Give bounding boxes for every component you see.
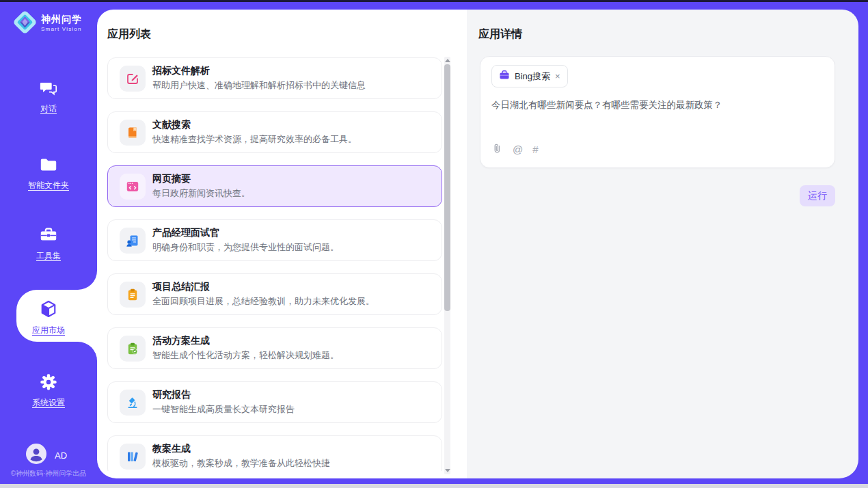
copyright-footer: ©神州数码·神州问学出品: [0, 469, 97, 478]
interviewer-document-icon: [120, 228, 146, 254]
books-icon: [120, 444, 146, 470]
brand-name: 神州问学: [41, 14, 82, 25]
prompt-card: Bing搜索 × 今日湖北有哪些新闻要点？有哪些需要关注的最新政策？ @ #: [480, 56, 835, 168]
app-card-research-report[interactable]: 研究报告 一键智能生成高质量长文本研究报告: [107, 381, 442, 423]
microscope-icon: [120, 390, 146, 416]
app-card-description: 全面回顾项目进展，总结经验教训，助力未来优化发展。: [152, 295, 375, 308]
sidebar-item-chat[interactable]: 对话: [0, 79, 97, 115]
app-card-literature-search[interactable]: 文献搜索 快速精准查找学术资源，提高研究效率的必备工具。: [107, 111, 442, 153]
sidebar-item-toolset[interactable]: 工具集: [0, 226, 97, 262]
app-card-description: 每日政府新闻资讯快查。: [152, 187, 250, 200]
browser-code-icon: [120, 174, 146, 200]
app-window: 神州问学 Smart Vision 对话 智能文件夹: [0, 0, 868, 488]
sidebar-item-label: 系统设置: [32, 397, 65, 409]
app-card-tender-analysis[interactable]: 招标文件解析 帮助用户快速、准确地理解和解析招标书中的关键信息: [107, 57, 442, 99]
app-card-description: 模板驱动，教案秒成，教学准备从此轻松快捷: [152, 457, 330, 470]
clipboard-check-icon: [120, 336, 146, 362]
app-card-description: 明确身份和职责，为您提供专业性的面试问题。: [152, 241, 339, 254]
chat-icon: [39, 79, 58, 100]
app-card-title: 文献搜索: [152, 119, 191, 131]
sidebar-item-app-market[interactable]: 应用市场: [0, 299, 97, 336]
prompt-input[interactable]: 今日湖北有哪些新闻要点？有哪些需要关注的最新政策？: [491, 99, 819, 111]
sidebar-item-smart-folder[interactable]: 智能文件夹: [0, 155, 97, 191]
app-card-title: 项目总结汇报: [152, 281, 210, 293]
attachment-icon[interactable]: [491, 143, 503, 156]
sidebar-item-label: 对话: [40, 103, 57, 115]
clipboard-icon: [120, 282, 146, 308]
tool-tag-bing-search: Bing搜索 ×: [491, 65, 568, 87]
book-icon: [120, 120, 146, 146]
app-card-description: 智能生成个性化活动方案，轻松解决规划难题。: [152, 349, 339, 362]
sidebar-item-settings[interactable]: 系统设置: [0, 372, 97, 409]
app-card-title: 网页摘要: [152, 173, 191, 185]
app-card-title: 研究报告: [152, 389, 191, 401]
app-card-lesson-plan[interactable]: 教案生成 模板驱动，教案秒成，教学准备从此轻松快捷: [107, 435, 442, 471]
input-toolbar: @ #: [491, 143, 539, 156]
app-list-panel: 应用列表 招标文件解析 帮助用户快速、准确地理解和解析招标书中的关键信息: [97, 10, 467, 478]
app-card-title: 产品经理面试官: [152, 227, 219, 239]
app-card-description: 一键智能生成高质量长文本研究报告: [152, 403, 295, 416]
hashtag-icon[interactable]: #: [532, 144, 538, 154]
brand-logo: 神州问学 Smart Vision: [12, 10, 82, 38]
sidebar-item-label: 智能文件夹: [28, 180, 69, 191]
cube-icon: [38, 299, 59, 322]
run-button[interactable]: 运行: [800, 185, 835, 206]
scroll-down-arrow[interactable]: [445, 469, 450, 472]
app-list: 招标文件解析 帮助用户快速、准确地理解和解析招标书中的关键信息 文献搜索 快速精…: [107, 57, 442, 471]
gear-icon: [39, 372, 58, 394]
app-detail-title: 应用详情: [478, 27, 522, 42]
briefcase-icon: [499, 70, 510, 83]
app-card-description: 快速精准查找学术资源，提高研究效率的必备工具。: [152, 133, 357, 146]
app-card-pm-interviewer[interactable]: 产品经理面试官 明确身份和职责，为您提供专业性的面试问题。: [107, 219, 442, 261]
tool-tag-label: Bing搜索: [515, 70, 550, 83]
brand-subtitle: Smart Vision: [41, 27, 82, 33]
app-list-title: 应用列表: [107, 27, 151, 42]
app-detail-panel: 应用详情 Bing搜索 × 今日湖北有哪些新闻要点？有哪些需要关注的最新政策？: [467, 10, 858, 478]
app-card-title: 招标文件解析: [152, 65, 210, 77]
app-card-event-plan[interactable]: 活动方案生成 智能生成个性化活动方案，轻松解决规划难题。: [107, 327, 442, 369]
app-card-description: 帮助用户快速、准确地理解和解析招标书中的关键信息: [152, 79, 366, 92]
sidebar: 神州问学 Smart Vision 对话 智能文件夹: [0, 2, 97, 484]
app-card-project-summary[interactable]: 项目总结汇报 全面回顾项目进展，总结经验教训，助力未来优化发展。: [107, 273, 442, 315]
sidebar-item-label: 工具集: [36, 250, 61, 262]
window-bottom-edge: [0, 484, 868, 488]
user-profile[interactable]: AD: [26, 444, 67, 467]
list-scrollbar[interactable]: [444, 57, 450, 474]
bubble-curve-top: [78, 271, 97, 290]
sidebar-item-label: 应用市场: [32, 325, 65, 336]
toolbox-icon: [39, 226, 58, 247]
tag-close-icon[interactable]: ×: [555, 72, 560, 81]
app-card-title: 活动方案生成: [152, 335, 210, 347]
brand-diamond-icon: [12, 10, 38, 38]
scrollbar-thumb[interactable]: [444, 64, 450, 311]
bubble-curve-bottom: [78, 342, 97, 361]
app-card-web-summary[interactable]: 网页摘要 每日政府新闻资讯快查。: [107, 165, 442, 207]
user-initials: AD: [55, 450, 67, 461]
edit-document-icon: [120, 66, 146, 92]
scroll-up-arrow[interactable]: [445, 59, 450, 62]
folder-icon: [39, 155, 58, 177]
mention-icon[interactable]: @: [513, 144, 523, 154]
app-card-title: 教案生成: [152, 443, 191, 455]
avatar: [26, 444, 46, 467]
